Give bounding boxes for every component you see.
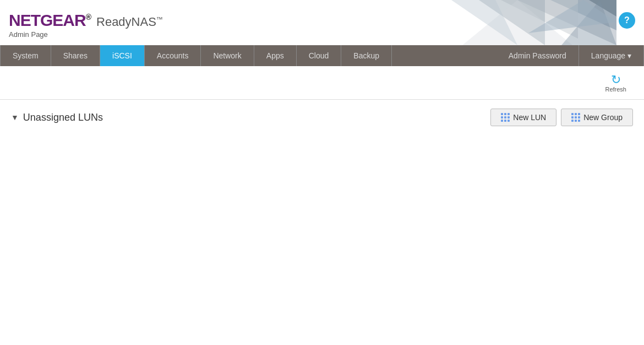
nav-item-apps[interactable]: Apps bbox=[254, 45, 297, 66]
netgear-purple: NETGEAR bbox=[9, 11, 86, 29]
main-content: ▼ Unassigned LUNs New LUN bbox=[0, 100, 644, 144]
nav-item-network[interactable]: Network bbox=[201, 45, 254, 66]
new-lun-button[interactable]: New LUN bbox=[490, 109, 556, 126]
new-group-icon bbox=[571, 113, 580, 122]
nav-bar: System Shares iSCSI Accounts Network App… bbox=[0, 45, 644, 66]
lun-grid-icon bbox=[501, 113, 510, 122]
logo-area: NETGEAR® ReadyNAS™ Admin Page bbox=[9, 12, 163, 39]
action-buttons: New LUN New Group bbox=[490, 109, 633, 126]
nav-item-language[interactable]: Language ▾ bbox=[579, 45, 644, 66]
group-grid-icon bbox=[571, 113, 580, 122]
new-lun-icon bbox=[501, 113, 510, 122]
refresh-label: Refresh bbox=[605, 86, 626, 93]
refresh-icon: ↻ bbox=[611, 74, 621, 86]
help-button[interactable]: ? bbox=[619, 12, 635, 29]
nav-item-backup[interactable]: Backup bbox=[341, 45, 392, 66]
section-title: ▼ Unassigned LUNs bbox=[11, 112, 103, 123]
nav-item-accounts[interactable]: Accounts bbox=[145, 45, 201, 66]
admin-page-label: Admin Page bbox=[9, 30, 163, 39]
nav-item-iscsi[interactable]: iSCSI bbox=[100, 45, 145, 66]
nav-item-cloud[interactable]: Cloud bbox=[297, 45, 342, 66]
section-title-text: Unassigned LUNs bbox=[23, 112, 103, 123]
netgear-logo: NETGEAR® bbox=[9, 12, 91, 29]
nav-item-system[interactable]: System bbox=[0, 45, 51, 66]
section-header: ▼ Unassigned LUNs New LUN bbox=[11, 109, 633, 126]
readynas-text: ReadyNAS™ bbox=[96, 15, 163, 29]
registered-mark: ® bbox=[86, 13, 91, 21]
collapse-arrow[interactable]: ▼ bbox=[11, 113, 19, 122]
new-group-label: New Group bbox=[583, 113, 623, 122]
new-lun-label: New LUN bbox=[513, 113, 546, 122]
refresh-button[interactable]: ↻ Refresh bbox=[596, 69, 635, 97]
refresh-container: ↻ Refresh bbox=[0, 66, 644, 100]
new-group-button[interactable]: New Group bbox=[561, 109, 633, 126]
nav-item-shares[interactable]: Shares bbox=[51, 45, 100, 66]
nav-item-admin-password[interactable]: Admin Password bbox=[496, 45, 579, 66]
